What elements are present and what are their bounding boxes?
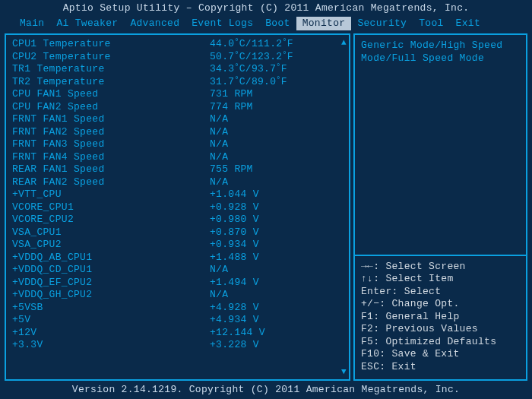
help-row: F2: Previous Values	[361, 323, 520, 336]
help-row: F5: Optimized Defaults	[361, 336, 520, 349]
help-text: : Save & Exit	[379, 348, 459, 359]
help-row: ↑↓: Select Item	[361, 273, 520, 286]
monitor-panel: ▲ ▼ CPU1 Temperature44.0°C/111.2°FCPU2 T…	[5, 33, 350, 381]
menu-tab-main[interactable]: Main	[14, 17, 50, 30]
monitor-row[interactable]: VCORE_CPU1+0.928 V	[12, 201, 344, 214]
help-key: →←	[361, 261, 373, 272]
monitor-row[interactable]: +3.3V+3.228 V	[12, 339, 344, 352]
monitor-row[interactable]: +VDDQ_AB_CPU1+1.488 V	[12, 252, 344, 264]
help-row: +/−: Change Opt.	[361, 298, 520, 311]
menu-tab-security[interactable]: Security	[351, 17, 413, 30]
monitor-row-value: N/A	[210, 176, 344, 189]
menu-tab-exit[interactable]: Exit	[450, 17, 486, 30]
monitor-row-value: N/A	[210, 151, 344, 164]
help-key: F2	[361, 323, 373, 334]
item-help-line: Mode/Full Speed Mode	[361, 52, 520, 65]
monitor-row-value: +1.494 V	[210, 277, 344, 290]
monitor-row-label: CPU FAN1 Speed	[12, 88, 210, 101]
monitor-row[interactable]: REAR FAN2 SpeedN/A	[12, 176, 344, 189]
menu-tab-ai-tweaker[interactable]: Ai Tweaker	[50, 17, 124, 30]
help-key: ↑↓	[361, 273, 373, 284]
help-text: : Select Screen	[373, 261, 466, 272]
help-text: : Exit	[379, 361, 416, 372]
monitor-row[interactable]: +12V+12.144 V	[12, 327, 344, 340]
monitor-row-value: 731 RPM	[210, 88, 344, 101]
monitor-row-value: 44.0°C/111.2°F	[210, 38, 344, 51]
monitor-row[interactable]: VSA_CPU1+0.870 V	[12, 226, 344, 239]
monitor-row-label: VSA_CPU1	[12, 226, 210, 239]
help-row: ESC: Exit	[361, 361, 520, 374]
monitor-row-label: +3.3V	[12, 339, 210, 352]
monitor-row-label: VCORE_CPU1	[12, 201, 210, 214]
menu-tab-boot[interactable]: Boot	[259, 17, 296, 30]
monitor-row[interactable]: +VDDQ_CD_CPU1N/A	[12, 264, 344, 277]
monitor-row-value: 774 RPM	[210, 101, 344, 114]
help-key: +/−	[361, 298, 379, 309]
monitor-row-label: VCORE_CPU2	[12, 214, 210, 226]
monitor-row[interactable]: FRNT FAN1 SpeedN/A	[12, 113, 344, 126]
monitor-row[interactable]: +5VSB+4.928 V	[12, 302, 344, 315]
monitor-row-label: +VDDQ_GH_CPU2	[12, 289, 210, 302]
monitor-row[interactable]: +5V+4.934 V	[12, 314, 344, 327]
help-text: : Select Item	[373, 273, 453, 284]
monitor-row-label: +VDDQ_AB_CPU1	[12, 252, 210, 264]
help-row: F10: Save & Exit	[361, 348, 520, 361]
monitor-row[interactable]: +VDDQ_GH_CPU2N/A	[12, 289, 344, 302]
monitor-row-value: N/A	[210, 126, 344, 139]
monitor-row[interactable]: FRNT FAN2 SpeedN/A	[12, 126, 344, 139]
monitor-row[interactable]: REAR FAN1 Speed755 RPM	[12, 163, 344, 176]
monitor-row[interactable]: CPU FAN1 Speed731 RPM	[12, 88, 344, 101]
monitor-row-label: FRNT FAN2 Speed	[12, 126, 210, 139]
help-text: : Select	[392, 286, 442, 297]
monitor-row[interactable]: CPU2 Temperature50.7°C/123.2°F	[12, 51, 344, 64]
monitor-row-value: +0.928 V	[210, 201, 344, 214]
monitor-row[interactable]: CPU1 Temperature44.0°C/111.2°F	[12, 38, 344, 51]
monitor-row-label: TR2 Temperature	[12, 76, 210, 89]
monitor-row-value: +0.934 V	[210, 239, 344, 252]
monitor-row[interactable]: +VDDQ_EF_CPU2+1.494 V	[12, 277, 344, 290]
monitor-row-value: 34.3°C/93.7°F	[210, 63, 344, 76]
monitor-row-value: +1.488 V	[210, 252, 344, 264]
monitor-row[interactable]: CPU FAN2 Speed774 RPM	[12, 101, 344, 114]
bios-screen: Aptio Setup Utility – Copyright (C) 2011…	[0, 0, 532, 399]
monitor-row-label: FRNT FAN1 Speed	[12, 113, 210, 126]
monitor-row-value: N/A	[210, 264, 344, 277]
help-row: →←: Select Screen	[361, 261, 520, 274]
monitor-row[interactable]: +VTT_CPU+1.044 V	[12, 188, 344, 201]
monitor-row-value: 755 RPM	[210, 163, 344, 176]
monitor-row-value: +1.044 V	[210, 188, 344, 201]
item-help-text: Generic Mode/High SpeedMode/Full Speed M…	[355, 35, 526, 255]
help-key: ESC	[361, 361, 379, 372]
monitor-row[interactable]: FRNT FAN3 SpeedN/A	[12, 138, 344, 151]
monitor-row[interactable]: TR2 Temperature31.7°C/89.0°F	[12, 76, 344, 89]
monitor-row[interactable]: VSA_CPU2+0.934 V	[12, 239, 344, 252]
monitor-row-value: 31.7°C/89.0°F	[210, 76, 344, 89]
monitor-row-value: +0.980 V	[210, 214, 344, 226]
info-panel: Generic Mode/High SpeedMode/Full Speed M…	[353, 33, 527, 381]
monitor-row-value: N/A	[210, 113, 344, 126]
menu-tab-advanced[interactable]: Advanced	[124, 17, 185, 30]
help-text: : Previous Values	[373, 323, 478, 334]
key-help: →←: Select Screen↑↓: Select ItemEnter: S…	[355, 256, 526, 380]
help-text: : General Help	[373, 311, 459, 322]
help-row: Enter: Select	[361, 286, 520, 299]
monitor-row-label: FRNT FAN4 Speed	[12, 151, 210, 164]
monitor-row[interactable]: TR1 Temperature34.3°C/93.7°F	[12, 63, 344, 76]
menu-tab-tool[interactable]: Tool	[413, 17, 449, 30]
monitor-row-value: N/A	[210, 289, 344, 302]
monitor-row-label: +5V	[12, 314, 210, 327]
monitor-row-value: +4.928 V	[210, 302, 344, 315]
monitor-row-label: +5VSB	[12, 302, 210, 315]
monitor-row[interactable]: VCORE_CPU2+0.980 V	[12, 214, 344, 226]
page-title: Aptio Setup Utility – Copyright (C) 2011…	[0, 0, 532, 17]
monitor-row[interactable]: FRNT FAN4 SpeedN/A	[12, 151, 344, 164]
monitor-row-value: N/A	[210, 138, 344, 151]
help-key: F1	[361, 311, 373, 322]
monitor-list[interactable]: CPU1 Temperature44.0°C/111.2°FCPU2 Tempe…	[12, 38, 344, 376]
menu-tab-monitor[interactable]: Monitor	[296, 17, 352, 30]
monitor-row-value: +4.934 V	[210, 314, 344, 327]
monitor-row-value: +3.228 V	[210, 339, 344, 352]
monitor-row-label: CPU2 Temperature	[12, 51, 210, 64]
menu-tab-event-logs[interactable]: Event Logs	[185, 17, 259, 30]
monitor-row-label: CPU1 Temperature	[12, 38, 210, 51]
